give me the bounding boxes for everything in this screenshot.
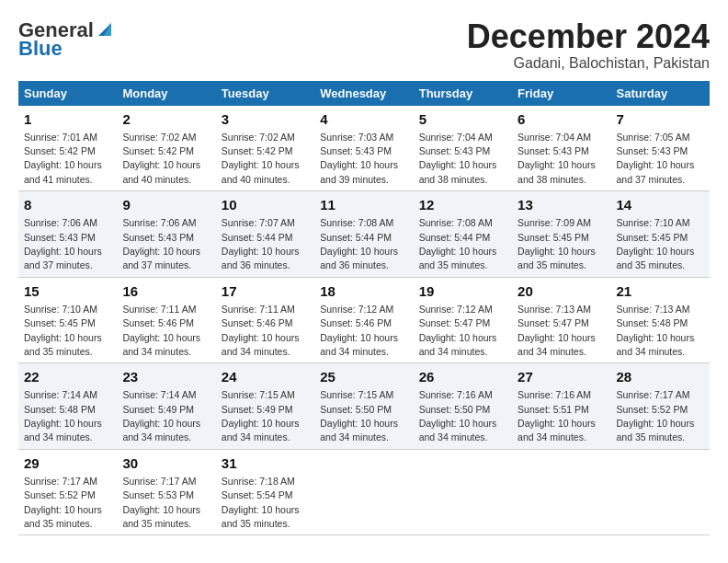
sunset-text: Sunset: 5:47 PM (518, 317, 589, 328)
calendar-day-cell: 20 Sunrise: 7:13 AM Sunset: 5:47 PM Dayl… (512, 277, 610, 363)
daylight-text: Daylight: 10 hours and 40 minutes. (122, 159, 200, 184)
page-header: General Blue December 2024 Gadani, Baloc… (18, 18, 710, 72)
location-title: Gadani, Balochistan, Pakistan (467, 55, 710, 72)
calendar-day-cell: 25 Sunrise: 7:15 AM Sunset: 5:50 PM Dayl… (314, 363, 413, 450)
day-number: 12 (419, 195, 506, 214)
daylight-text: Daylight: 10 hours and 34 minutes. (222, 418, 300, 442)
daylight-text: Daylight: 10 hours and 37 minutes. (617, 159, 695, 184)
sunrise-text: Sunrise: 7:14 AM (24, 389, 97, 400)
sunrise-text: Sunrise: 7:02 AM (222, 132, 295, 143)
day-number: 13 (518, 195, 605, 214)
logo-blue: Blue (18, 37, 63, 61)
calendar-week-row: 8 Sunrise: 7:06 AM Sunset: 5:43 PM Dayli… (18, 191, 710, 278)
calendar-day-cell: 15 Sunrise: 7:10 AM Sunset: 5:45 PM Dayl… (18, 277, 117, 363)
day-number: 1 (24, 109, 111, 129)
calendar-day-cell: 6 Sunrise: 7:04 AM Sunset: 5:43 PM Dayli… (512, 106, 610, 191)
daylight-text: Daylight: 10 hours and 35 minutes. (419, 246, 497, 270)
daylight-text: Daylight: 10 hours and 35 minutes. (617, 246, 695, 270)
calendar-day-cell: 21 Sunrise: 7:13 AM Sunset: 5:48 PM Dayl… (611, 277, 710, 363)
daylight-text: Daylight: 10 hours and 35 minutes. (617, 418, 695, 442)
title-area: December 2024 Gadani, Balochistan, Pakis… (467, 18, 710, 72)
daylight-text: Daylight: 10 hours and 34 minutes. (320, 418, 398, 442)
weekday-header: Monday (117, 81, 215, 106)
day-number: 28 (617, 367, 704, 386)
calendar-day-cell: 13 Sunrise: 7:09 AM Sunset: 5:45 PM Dayl… (512, 191, 610, 278)
calendar-day-cell: 19 Sunrise: 7:12 AM Sunset: 5:47 PM Dayl… (414, 277, 512, 363)
day-number: 31 (222, 454, 309, 473)
daylight-text: Daylight: 10 hours and 35 minutes. (518, 246, 596, 270)
sunrise-text: Sunrise: 7:14 AM (122, 389, 196, 400)
daylight-text: Daylight: 10 hours and 34 minutes. (222, 332, 300, 357)
sunrise-text: Sunrise: 7:05 AM (617, 132, 690, 143)
sunset-text: Sunset: 5:43 PM (518, 145, 589, 156)
calendar-day-cell: 2 Sunrise: 7:02 AM Sunset: 5:42 PM Dayli… (117, 106, 215, 191)
daylight-text: Daylight: 10 hours and 35 minutes. (24, 332, 102, 357)
day-number: 24 (222, 367, 309, 386)
calendar-day-cell: 11 Sunrise: 7:08 AM Sunset: 5:44 PM Dayl… (314, 191, 413, 278)
sunset-text: Sunset: 5:43 PM (24, 232, 96, 243)
calendar-day-cell: 23 Sunrise: 7:14 AM Sunset: 5:49 PM Dayl… (117, 363, 215, 450)
sunrise-text: Sunrise: 7:08 AM (320, 217, 393, 228)
daylight-text: Daylight: 10 hours and 35 minutes. (24, 504, 102, 529)
weekday-header: Saturday (611, 81, 710, 106)
sunrise-text: Sunrise: 7:06 AM (24, 217, 97, 228)
calendar-day-cell: 18 Sunrise: 7:12 AM Sunset: 5:46 PM Dayl… (314, 277, 413, 363)
calendar-day-cell (512, 449, 610, 535)
day-number: 14 (617, 195, 704, 214)
calendar-day-cell: 26 Sunrise: 7:16 AM Sunset: 5:50 PM Dayl… (414, 363, 512, 450)
daylight-text: Daylight: 10 hours and 36 minutes. (320, 246, 398, 270)
calendar-day-cell: 5 Sunrise: 7:04 AM Sunset: 5:43 PM Dayli… (414, 106, 512, 191)
sunset-text: Sunset: 5:46 PM (320, 317, 392, 328)
calendar-day-cell (611, 449, 710, 535)
sunset-text: Sunset: 5:43 PM (320, 145, 392, 156)
sunset-text: Sunset: 5:44 PM (320, 232, 392, 243)
calendar-day-cell: 29 Sunrise: 7:17 AM Sunset: 5:52 PM Dayl… (18, 449, 117, 535)
day-number: 21 (617, 282, 704, 301)
day-number: 17 (222, 282, 309, 301)
calendar-day-cell (314, 449, 413, 535)
day-number: 3 (222, 109, 309, 129)
sunrise-text: Sunrise: 7:11 AM (222, 304, 295, 315)
day-number: 15 (24, 282, 111, 301)
day-number: 5 (419, 109, 506, 129)
sunrise-text: Sunrise: 7:11 AM (122, 304, 196, 315)
calendar-day-cell: 30 Sunrise: 7:17 AM Sunset: 5:53 PM Dayl… (117, 449, 215, 535)
daylight-text: Daylight: 10 hours and 41 minutes. (24, 159, 102, 184)
sunset-text: Sunset: 5:49 PM (122, 404, 194, 415)
day-number: 4 (320, 109, 407, 129)
weekday-header: Tuesday (216, 81, 314, 106)
sunset-text: Sunset: 5:52 PM (617, 404, 688, 415)
sunrise-text: Sunrise: 7:10 AM (617, 217, 690, 228)
sunset-text: Sunset: 5:42 PM (24, 145, 96, 156)
calendar-week-row: 29 Sunrise: 7:17 AM Sunset: 5:52 PM Dayl… (18, 449, 710, 535)
daylight-text: Daylight: 10 hours and 34 minutes. (518, 332, 596, 357)
daylight-text: Daylight: 10 hours and 38 minutes. (419, 159, 497, 184)
sunset-text: Sunset: 5:44 PM (222, 232, 293, 243)
sunset-text: Sunset: 5:46 PM (222, 317, 293, 328)
calendar-day-cell: 12 Sunrise: 7:08 AM Sunset: 5:44 PM Dayl… (414, 191, 512, 278)
daylight-text: Daylight: 10 hours and 35 minutes. (122, 504, 200, 529)
sunset-text: Sunset: 5:46 PM (122, 317, 194, 328)
calendar-day-cell: 28 Sunrise: 7:17 AM Sunset: 5:52 PM Dayl… (611, 363, 710, 450)
sunrise-text: Sunrise: 7:06 AM (122, 217, 196, 228)
daylight-text: Daylight: 10 hours and 34 minutes. (122, 418, 200, 442)
calendar-day-cell: 16 Sunrise: 7:11 AM Sunset: 5:46 PM Dayl… (117, 277, 215, 363)
day-number: 25 (320, 367, 407, 386)
sunset-text: Sunset: 5:52 PM (24, 489, 96, 500)
sunset-text: Sunset: 5:43 PM (419, 145, 491, 156)
daylight-text: Daylight: 10 hours and 39 minutes. (320, 159, 398, 184)
daylight-text: Daylight: 10 hours and 34 minutes. (419, 418, 497, 442)
sunrise-text: Sunrise: 7:17 AM (617, 389, 690, 400)
calendar-day-cell: 4 Sunrise: 7:03 AM Sunset: 5:43 PM Dayli… (314, 106, 413, 191)
day-number: 30 (122, 454, 210, 473)
calendar-table: SundayMondayTuesdayWednesdayThursdayFrid… (18, 81, 710, 536)
sunset-text: Sunset: 5:48 PM (24, 404, 96, 415)
sunset-text: Sunset: 5:43 PM (617, 145, 688, 156)
calendar-day-cell: 27 Sunrise: 7:16 AM Sunset: 5:51 PM Dayl… (512, 363, 610, 450)
day-number: 26 (419, 367, 506, 386)
sunrise-text: Sunrise: 7:02 AM (122, 132, 196, 143)
daylight-text: Daylight: 10 hours and 34 minutes. (24, 418, 102, 442)
daylight-text: Daylight: 10 hours and 37 minutes. (24, 246, 102, 270)
day-number: 7 (617, 109, 704, 129)
calendar-day-cell: 17 Sunrise: 7:11 AM Sunset: 5:46 PM Dayl… (216, 277, 314, 363)
